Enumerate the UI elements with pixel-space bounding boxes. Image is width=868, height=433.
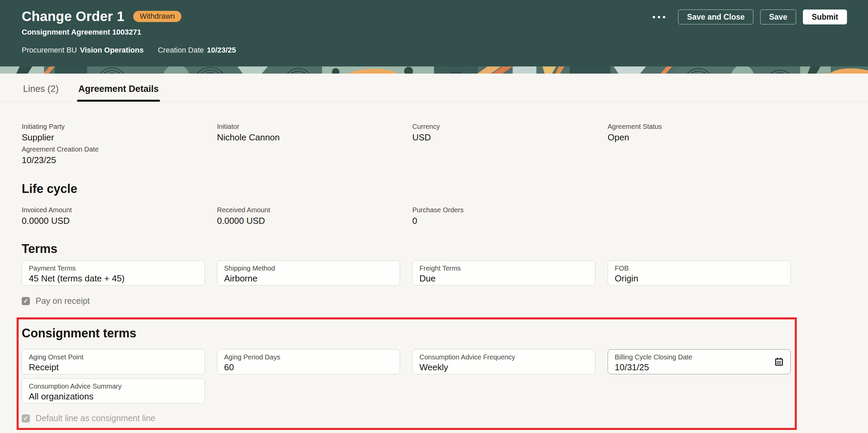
page-title: Change Order 1 — [22, 9, 124, 24]
page-header: Change Order 1 Withdrawn Consignment Agr… — [0, 0, 868, 66]
consumption-advice-frequency-field[interactable]: Consumption Advice Frequency Weekly — [412, 349, 595, 374]
main-content: Initiating Party Supplier Initiator Nich… — [0, 123, 868, 430]
save-button[interactable]: Save — [760, 9, 796, 24]
field-initiating-party: Initiating Party Supplier — [22, 123, 205, 143]
more-actions-ellipsis-icon[interactable] — [650, 13, 668, 22]
document-subtitle: Consignment Agreement 1003271 — [22, 28, 846, 37]
tab-bar: Lines (2) Agreement Details — [0, 74, 868, 102]
default-consignment-line-checkbox[interactable]: ✓ — [22, 414, 30, 422]
terms-fields: Payment Terms 45 Net (terms date + 45) S… — [22, 260, 846, 286]
creation-date-value: 10/23/25 — [207, 46, 236, 55]
default-consignment-line-row: ✓ Default line as consignment line — [22, 413, 846, 423]
lifecycle-fields: Invoiced Amount 0.0000 USD Received Amou… — [22, 206, 846, 226]
field-invoiced-amount: Invoiced Amount 0.0000 USD — [22, 206, 205, 226]
decorative-pattern-strip — [0, 66, 868, 74]
tab-agreement-details[interactable]: Agreement Details — [77, 74, 160, 101]
billing-cycle-closing-date-field[interactable]: Billing Cycle Closing Date 10/31/25 — [608, 349, 791, 374]
pay-on-receipt-row: ✓ Pay on receipt — [22, 296, 846, 306]
consumption-advice-summary-field[interactable]: Consumption Advice Summary All organizat… — [22, 378, 205, 404]
status-badge: Withdrawn — [133, 11, 181, 22]
overview-fields: Initiating Party Supplier Initiator Nich… — [22, 123, 846, 165]
field-agreement-status: Agreement Status Open — [608, 123, 791, 143]
field-agreement-creation-date: Agreement Creation Date 10/23/25 — [22, 145, 205, 165]
shipping-method-field[interactable]: Shipping Method Airborne — [217, 260, 400, 286]
aging-period-days-field[interactable]: Aging Period Days 60 — [217, 349, 400, 374]
freight-terms-field[interactable]: Freight Terms Due — [412, 260, 595, 286]
procurement-bu-label: Procurement BU — [22, 46, 77, 55]
aging-onset-point-field[interactable]: Aging Onset Point Receipt — [22, 349, 205, 374]
consignment-fields-row2: Consumption Advice Summary All organizat… — [22, 378, 846, 404]
consignment-fields-row1: Aging Onset Point Receipt Aging Period D… — [22, 349, 846, 374]
fob-field[interactable]: FOB Origin — [608, 260, 791, 286]
creation-date-label: Creation Date — [158, 46, 204, 55]
save-and-close-button[interactable]: Save and Close — [678, 9, 753, 24]
default-consignment-line-label: Default line as consignment line — [36, 413, 155, 423]
field-received-amount: Received Amount 0.0000 USD — [217, 206, 400, 226]
header-meta: Procurement BU Vision Operations Creatio… — [22, 46, 846, 55]
procurement-bu-value: Vision Operations — [80, 46, 144, 55]
field-currency: Currency USD — [412, 123, 595, 143]
tab-lines[interactable]: Lines (2) — [22, 74, 60, 101]
payment-terms-field[interactable]: Payment Terms 45 Net (terms date + 45) — [22, 260, 205, 286]
pay-on-receipt-label: Pay on receipt — [36, 296, 90, 306]
pay-on-receipt-checkbox[interactable]: ✓ — [22, 297, 30, 305]
submit-button[interactable]: Submit — [803, 9, 847, 24]
terms-heading: Terms — [22, 242, 846, 256]
lifecycle-heading: Life cycle — [22, 182, 846, 196]
field-purchase-orders: Purchase Orders 0 — [412, 206, 595, 226]
calendar-icon[interactable] — [774, 357, 784, 367]
consignment-section: Consignment terms Aging Onset Point Rece… — [22, 317, 846, 430]
consignment-heading: Consignment terms — [22, 326, 846, 340]
field-initiator: Initiator Nichole Cannon — [217, 123, 400, 143]
